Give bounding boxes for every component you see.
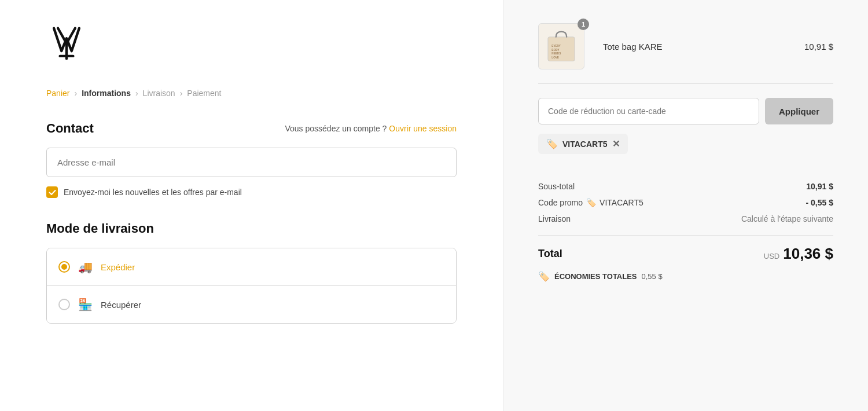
breadcrumb-panier[interactable]: Panier bbox=[46, 89, 69, 98]
promo-value: - 0,55 $ bbox=[806, 198, 833, 207]
subtotal-label: Sous-total bbox=[538, 182, 575, 191]
email-field[interactable] bbox=[46, 148, 457, 177]
svg-text:LOVE: LOVE bbox=[551, 56, 559, 59]
promo-label: Code promo bbox=[538, 198, 583, 207]
subtotal-value: 10,91 $ bbox=[806, 182, 833, 191]
radio-recuperer[interactable] bbox=[58, 299, 70, 310]
shipping-value: Calculé à l'étape suivante bbox=[741, 214, 833, 223]
radio-expedier[interactable] bbox=[58, 261, 70, 273]
product-image-wrapper: EVERY BODY NEEDS LOVE 1 bbox=[538, 23, 584, 69]
login-prompt: Vous possédez un compte ? Ouvrir une ses… bbox=[285, 124, 457, 133]
savings-icon: 🏷️ bbox=[538, 271, 550, 282]
login-link[interactable]: Ouvrir une session bbox=[389, 124, 457, 133]
promo-code-label: VITACART5 bbox=[599, 198, 643, 207]
product-image: EVERY BODY NEEDS LOVE bbox=[538, 23, 584, 69]
summary-row-promo: Code promo 🏷️ VITACART5 - 0,55 $ bbox=[538, 198, 833, 207]
promo-tag-remove[interactable]: ✕ bbox=[612, 140, 620, 149]
product-info: EVERY BODY NEEDS LOVE 1 Tote bag KARE bbox=[538, 23, 804, 69]
breadcrumb: Panier › Informations › Livraison › Paie… bbox=[46, 89, 457, 98]
svg-text:NEEDS: NEEDS bbox=[551, 52, 561, 55]
delivery-options: 🚚 Expédier 🏪 Récupérer bbox=[46, 248, 457, 324]
breadcrumb-paiement: Paiement bbox=[187, 89, 221, 98]
svg-text:BODY: BODY bbox=[551, 49, 559, 52]
total-value-wrapper: USD 10,36 $ bbox=[764, 245, 833, 263]
breadcrumb-sep-3: › bbox=[180, 89, 183, 98]
svg-text:EVERY: EVERY bbox=[551, 45, 560, 47]
contact-title: Contact bbox=[46, 121, 94, 136]
delivery-recuperer-label: Récupérer bbox=[101, 300, 141, 310]
savings-label: ÉCONOMIES TOTALES bbox=[554, 272, 637, 281]
product-price: 10,91 $ bbox=[804, 42, 833, 52]
shipping-label: Livraison bbox=[538, 214, 571, 223]
total-value: 10,36 $ bbox=[783, 245, 833, 263]
promo-tag: 🏷️ VITACART5 ✕ bbox=[538, 134, 628, 154]
savings-row: 🏷️ ÉCONOMIES TOTALES 0,55 $ bbox=[538, 271, 833, 282]
delivery-recuperer[interactable]: 🏪 Récupérer bbox=[47, 286, 456, 323]
breadcrumb-sep-1: › bbox=[74, 89, 77, 98]
breadcrumb-livraison: Livraison bbox=[143, 89, 175, 98]
promo-code-row: Appliquer bbox=[538, 98, 833, 124]
savings-amount: 0,55 $ bbox=[642, 272, 663, 281]
promo-tag-container: 🏷️ VITACART5 ✕ bbox=[538, 134, 833, 168]
summary-row-subtotal: Sous-total 10,91 $ bbox=[538, 182, 833, 191]
truck-icon: 🚚 bbox=[78, 260, 93, 274]
total-label: Total bbox=[538, 248, 562, 260]
promo-tag-code: VITACART5 bbox=[562, 140, 608, 149]
promo-inline-icon: 🏷️ bbox=[586, 198, 596, 207]
order-summary-rows: Sous-total 10,91 $ Code promo 🏷️ VITACAR… bbox=[538, 182, 833, 223]
product-row: EVERY BODY NEEDS LOVE 1 Tote bag KARE 10… bbox=[538, 23, 833, 84]
store-icon: 🏪 bbox=[78, 298, 93, 311]
breadcrumb-informations: Informations bbox=[82, 89, 131, 98]
right-panel: EVERY BODY NEEDS LOVE 1 Tote bag KARE 10… bbox=[503, 0, 868, 411]
promo-input[interactable] bbox=[538, 98, 759, 124]
total-currency: USD bbox=[764, 252, 779, 260]
newsletter-row: Envoyez-moi les nouvelles et les offres … bbox=[46, 186, 457, 198]
delivery-expedier-label: Expédier bbox=[101, 262, 135, 272]
product-name: Tote bag KARE bbox=[603, 42, 804, 52]
promo-tag-icon: 🏷️ bbox=[546, 138, 558, 149]
newsletter-checkbox[interactable] bbox=[46, 186, 58, 198]
apply-button[interactable]: Appliquer bbox=[765, 98, 833, 124]
promo-label-row: Code promo 🏷️ VITACART5 bbox=[538, 198, 643, 207]
breadcrumb-sep-2: › bbox=[135, 89, 138, 98]
left-panel: Panier › Informations › Livraison › Paie… bbox=[0, 0, 503, 411]
radio-expedier-inner bbox=[61, 264, 67, 270]
summary-divider bbox=[538, 235, 833, 236]
contact-header: Contact Vous possédez un compte ? Ouvrir… bbox=[46, 121, 457, 136]
delivery-expedier[interactable]: 🚚 Expédier bbox=[47, 248, 456, 286]
newsletter-label: Envoyez-moi les nouvelles et les offres … bbox=[64, 188, 242, 197]
summary-row-shipping: Livraison Calculé à l'étape suivante bbox=[538, 214, 833, 223]
product-quantity-badge: 1 bbox=[578, 19, 589, 30]
delivery-title: Mode de livraison bbox=[46, 221, 457, 236]
total-row: Total USD 10,36 $ bbox=[538, 245, 833, 263]
brand-logo bbox=[46, 23, 457, 65]
